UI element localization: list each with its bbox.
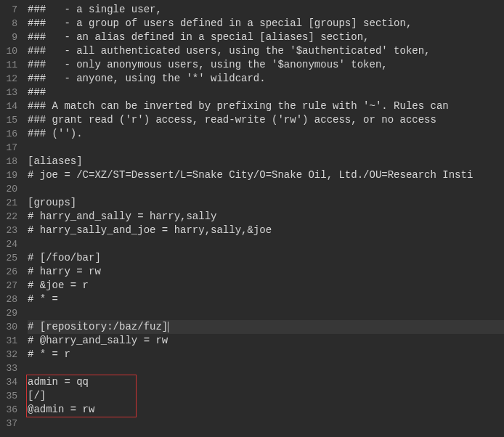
code-line[interactable]: # harry = rw: [28, 265, 504, 279]
code-line[interactable]: ### - all authenticated users, using the…: [28, 44, 504, 58]
code-line[interactable]: # &joe = r: [28, 279, 504, 293]
line-number: 11: [3, 58, 17, 72]
line-number: 34: [3, 375, 17, 389]
code-line[interactable]: # [/foo/bar]: [28, 251, 504, 265]
code-line[interactable]: # joe = /C=XZ/ST=Dessert/L=Snake City/O=…: [28, 168, 504, 182]
line-number: 18: [3, 155, 17, 168]
code-line[interactable]: # * =: [28, 293, 504, 306]
text-cursor: [168, 322, 168, 332]
code-line[interactable]: admin = qq: [28, 375, 504, 389]
line-number: 30: [3, 320, 17, 334]
code-line[interactable]: # harry_and_sally = harry,sally: [28, 210, 504, 224]
code-line[interactable]: [28, 417, 504, 430]
line-number: 25: [3, 251, 17, 265]
code-line[interactable]: ### - a group of users defined in a spec…: [28, 17, 504, 30]
line-number: 23: [3, 224, 17, 237]
line-number-gutter: 7891011121314151617181920212223242526272…: [0, 0, 23, 437]
code-line[interactable]: [28, 182, 504, 196]
code-line[interactable]: [28, 141, 504, 155]
code-editor[interactable]: 7891011121314151617181920212223242526272…: [0, 0, 504, 437]
line-number: 29: [3, 306, 17, 320]
code-line[interactable]: [28, 306, 504, 320]
code-line[interactable]: @admin = rw: [28, 403, 504, 417]
code-line[interactable]: ### A match can be inverted by prefixing…: [28, 99, 504, 113]
line-number: 13: [3, 86, 17, 99]
code-line[interactable]: ###: [28, 86, 504, 99]
line-number: 26: [3, 265, 17, 279]
line-number: 36: [3, 403, 17, 417]
code-line[interactable]: # [repository:/baz/fuz]: [28, 320, 504, 334]
code-line[interactable]: # @harry_and_sally = rw: [28, 334, 504, 348]
line-number: 35: [3, 389, 17, 403]
line-number: 17: [3, 141, 17, 155]
line-number: 7: [3, 3, 17, 17]
code-line[interactable]: [28, 237, 504, 251]
code-line[interactable]: [aliases]: [28, 155, 504, 168]
line-number: 20: [3, 182, 17, 196]
line-number: 32: [3, 348, 17, 362]
line-number: 16: [3, 127, 17, 141]
line-number: 27: [3, 279, 17, 293]
code-line[interactable]: ### grant read ('r') access, read-write …: [28, 113, 504, 127]
code-line[interactable]: # harry_sally_and_joe = harry,sally,&joe: [28, 224, 504, 237]
code-area[interactable]: ### - a single user,### - a group of use…: [23, 0, 504, 437]
line-number: 31: [3, 334, 17, 348]
code-line[interactable]: ### - anyone, using the '*' wildcard.: [28, 72, 504, 86]
code-line[interactable]: [groups]: [28, 196, 504, 210]
line-number: 8: [3, 17, 17, 30]
line-number: 22: [3, 210, 17, 224]
code-line[interactable]: ### ('').: [28, 127, 504, 141]
line-number: 24: [3, 237, 17, 251]
line-number: 9: [3, 30, 17, 44]
line-number: 12: [3, 72, 17, 86]
line-number: 15: [3, 113, 17, 127]
line-number: 28: [3, 293, 17, 306]
code-line[interactable]: [/]: [28, 389, 504, 403]
code-line[interactable]: [28, 362, 504, 375]
line-number: 10: [3, 44, 17, 58]
line-number: 14: [3, 99, 17, 113]
code-line[interactable]: ### - only anonymous users, using the '$…: [28, 58, 504, 72]
code-line[interactable]: ### - a single user,: [28, 3, 504, 17]
code-line[interactable]: ### - an alias defined in a special [ali…: [28, 30, 504, 44]
line-number: 33: [3, 362, 17, 375]
line-number: 19: [3, 168, 17, 182]
code-line[interactable]: # * = r: [28, 348, 504, 362]
line-number: 37: [3, 417, 17, 430]
line-number: 21: [3, 196, 17, 210]
